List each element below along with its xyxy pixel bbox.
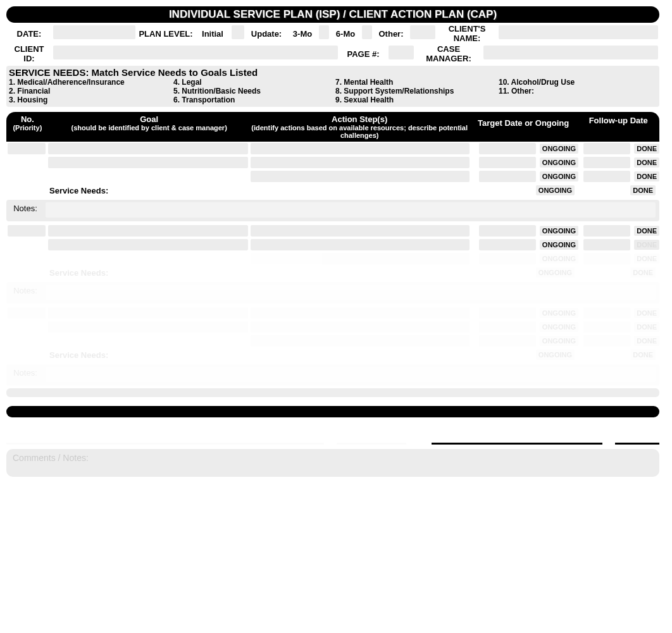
client-date-line[interactable] [337,429,406,445]
notes-label: Notes: [6,364,44,378]
action-field[interactable] [251,157,470,168]
target-date-field[interactable] [479,157,536,168]
client-name-field[interactable] [499,25,658,39]
ongoing-toggle[interactable]: ONGOING [540,254,578,264]
table-row: ONGOING DONE [6,238,659,252]
action-field[interactable] [251,253,470,264]
goal-field[interactable] [48,239,248,250]
client-name-label: CLIENT'S NAME: [437,24,497,43]
ongoing-toggle[interactable]: ONGOING [540,322,578,332]
notes-field[interactable] [46,202,656,218]
3mo-label: 3-Mo [287,24,318,43]
followup-date-field[interactable] [583,143,630,154]
done-toggle[interactable]: DONE [634,226,659,236]
svc-2: 2. Financial [9,87,173,95]
service-needs-col1: 1. Medical/Adherence/Insurance 2. Financ… [9,78,173,104]
ongoing-toggle[interactable]: ONGOING [536,350,575,360]
followup-date-field[interactable] [583,171,630,182]
case-manager-field[interactable] [483,46,658,59]
followup-date-field[interactable] [583,239,630,250]
col-target: Target Date or Ongoing [470,112,578,142]
notes-row: Notes: [6,200,659,221]
case-manager-date-line[interactable] [615,429,659,445]
notes-label: Notes: [6,200,44,213]
target-date-field[interactable] [479,171,536,182]
6mo-field[interactable] [362,25,372,39]
done-toggle[interactable]: DONE [634,336,659,346]
action-field[interactable] [251,171,470,182]
ongoing-toggle[interactable]: ONGOING [536,185,575,195]
followup-date-field[interactable] [583,157,630,168]
done-toggle[interactable]: DONE [634,144,659,154]
done-toggle[interactable]: DONE [634,322,659,332]
followup-date-field[interactable] [583,225,630,237]
ongoing-toggle[interactable]: ONGOING [540,308,578,318]
client-signature-line[interactable] [6,429,324,445]
done-toggle[interactable]: DONE [630,185,656,195]
svc-3: 3. Housing [9,95,173,104]
ongoing-toggle[interactable]: ONGOING [536,267,575,278]
ongoing-toggle[interactable]: ONGOING [540,226,578,236]
goal-field[interactable] [48,143,248,154]
client-id-field[interactable] [53,46,338,59]
goal-field[interactable] [48,157,248,168]
action-field[interactable] [251,225,470,237]
table-row: ONGOING DONE [6,156,659,169]
action-field[interactable] [251,143,470,154]
date-field[interactable] [53,25,135,39]
ongoing-toggle[interactable]: ONGOING [540,157,578,168]
svc-11: 11. Other: [499,87,657,95]
priority-field[interactable] [8,143,46,154]
service-needs-inline-label: Service Needs: [47,350,113,360]
svc-10: 10. Alcohol/Drug Use [499,78,657,87]
priority-field[interactable] [8,225,46,237]
service-needs-row: Service Needs: ONGOING DONE [6,183,659,197]
done-toggle[interactable]: DONE [634,171,659,181]
service-needs-header: SERVICE NEEDS: Match Service Needs to Go… [9,67,657,78]
notes-field[interactable] [46,367,656,382]
action-field[interactable] [251,239,470,250]
comments-label: Comments / Notes: [13,453,89,463]
3mo-field[interactable] [319,25,329,39]
6mo-label: 6-Mo [330,24,361,43]
divider-row [6,388,659,397]
done-toggle[interactable]: DONE [634,254,659,264]
target-date-field[interactable] [479,143,536,154]
initial-field[interactable] [232,25,244,39]
header-row-1: DATE: PLAN LEVEL: Initial Update: 3-Mo 6… [6,24,659,43]
done-toggle[interactable]: DONE [630,350,656,360]
ongoing-toggle[interactable]: ONGOING [540,240,578,250]
svc-8: 8. Support System/Relationships [335,87,499,95]
notes-field[interactable] [46,285,656,300]
ongoing-toggle[interactable]: ONGOING [540,144,578,154]
notes-row: Notes: [6,364,659,386]
page-field[interactable] [389,46,414,59]
goal-block-3: ONGOING DONE ONGOING DONE ONGOING DONE S… [6,306,659,386]
ongoing-toggle[interactable]: ONGOING [540,171,578,181]
done-toggle[interactable]: DONE [634,308,659,318]
target-date-field[interactable] [479,225,536,237]
done-toggle[interactable]: DONE [634,240,659,250]
signature-row [6,429,659,445]
service-needs-inline-label: Service Needs: [47,186,113,195]
case-manager-signature-line[interactable] [432,429,602,445]
svc-1: 1. Medical/Adherence/Insurance [9,78,173,87]
col-no: No. (Priority) [6,112,49,142]
goal-block-2: ONGOING DONE ONGOING DONE [6,224,659,304]
target-date-field[interactable] [479,239,536,250]
other-label: Other: [373,24,409,43]
col-followup: Follow-up Date [577,112,659,142]
done-toggle[interactable]: DONE [634,157,659,168]
svc-7: 7. Mental Health [335,78,499,87]
service-needs-inline-label: Service Needs: [47,268,113,278]
other-field[interactable] [410,25,435,39]
done-toggle[interactable]: DONE [630,267,656,278]
case-manager-label: CASE MANAGER: [415,44,482,63]
svc-6: 6. Transportation [173,95,335,104]
service-needs-col3: 7. Mental Health 8. Support System/Relat… [335,78,499,104]
page-title: INDIVIDUAL SERVICE PLAN (ISP) / CLIENT A… [169,8,497,20]
service-needs-col2: 4. Legal 5. Nutrition/Basic Needs 6. Tra… [173,78,335,104]
ongoing-toggle[interactable]: ONGOING [540,336,578,346]
goal-field[interactable] [48,225,248,237]
service-needs-row: Service Needs: ONGOING DONE [6,266,659,280]
